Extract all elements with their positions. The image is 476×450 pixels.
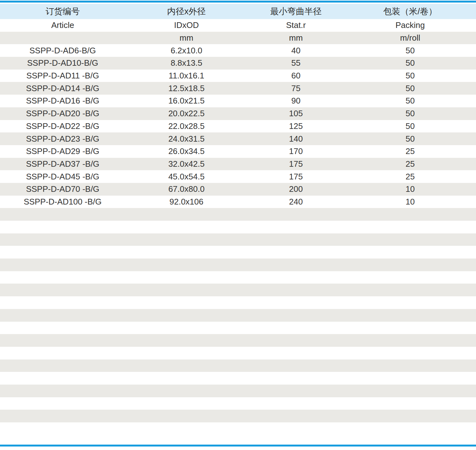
cell-statr: 60	[248, 70, 344, 82]
table-row: SSPP-D-AD11 -B/G 11.0x16.1 60 50	[0, 70, 476, 82]
cell-packing: 50	[344, 82, 476, 95]
cell-statr: 175	[248, 170, 344, 183]
empty-row	[0, 284, 476, 296]
header-row-en: Article IDxOD Stat.r Packing	[0, 19, 476, 32]
cell-article: SSPP-D-AD16 -B/G	[0, 95, 125, 107]
empty-row	[0, 334, 476, 347]
col-unit-bendradius: mm	[248, 32, 344, 44]
cell-statr: 105	[248, 107, 344, 120]
table-row: SSPP-D-AD45 -B/G 45.0x54.5 175 25	[0, 170, 476, 183]
table-row: SSPP-D-AD6-B/G 6.2x10.0 40 50	[0, 44, 476, 57]
cell-idod: 26.0x34.5	[125, 145, 248, 158]
cell-packing: 50	[344, 132, 476, 145]
empty-row	[0, 372, 476, 385]
cell-statr: 55	[248, 57, 344, 70]
col-header-idod-zh: 内径x外径	[125, 4, 248, 19]
empty-row	[0, 259, 476, 271]
cell-statr: 170	[248, 145, 344, 158]
top-accent-line	[0, 1, 476, 3]
table-row: SSPP-D-AD22 -B/G 22.0x28.5 125 50	[0, 120, 476, 133]
cell-idod: 8.8x13.5	[125, 57, 248, 70]
cell-statr: 200	[248, 183, 344, 196]
cell-article: SSPP-D-AD29 -B/G	[0, 145, 125, 158]
cell-idod: 11.0x16.1	[125, 70, 248, 82]
spec-table: 订货编号 内径x外径 最小弯曲半径 包装（米/卷） Article IDxOD …	[0, 4, 476, 435]
table-row: SSPP-D-AD16 -B/G 16.0x21.5 90 50	[0, 95, 476, 107]
cell-idod: 12.5x18.5	[125, 82, 248, 95]
cell-packing: 50	[344, 120, 476, 133]
cell-statr: 75	[248, 82, 344, 95]
table-row: SSPP-D-AD14 -B/G 12.5x18.5 75 50	[0, 82, 476, 95]
col-unit-packing: m/roll	[344, 32, 476, 44]
col-header-bendradius-zh: 最小弯曲半径	[248, 4, 344, 19]
col-header-article-zh: 订货编号	[0, 4, 125, 19]
table-row: SSPP-D-AD20 -B/G 20.0x22.5 105 50	[0, 107, 476, 120]
empty-row	[0, 322, 476, 334]
empty-row	[0, 233, 476, 246]
header-row-units: mm mm m/roll	[0, 32, 476, 44]
empty-row	[0, 347, 476, 359]
cell-statr: 175	[248, 158, 344, 171]
empty-row	[0, 397, 476, 410]
cell-idod: 45.0x54.5	[125, 170, 248, 183]
table-row: SSPP-D-AD37 -B/G 32.0x42.5 175 25	[0, 158, 476, 171]
table-row: SSPP-D-AD23 -B/G 24.0x31.5 140 50	[0, 132, 476, 145]
col-header-bendradius-en: Stat.r	[248, 19, 344, 32]
col-unit-idod: mm	[125, 32, 248, 44]
cell-packing: 50	[344, 70, 476, 82]
bottom-accent-line	[0, 445, 476, 447]
empty-row	[0, 208, 476, 221]
cell-statr: 90	[248, 95, 344, 107]
cell-packing: 50	[344, 107, 476, 120]
cell-idod: 92.0x106	[125, 196, 248, 208]
col-header-packing-en: Packing	[344, 19, 476, 32]
cell-idod: 67.0x80.0	[125, 183, 248, 196]
cell-packing: 50	[344, 57, 476, 70]
empty-row	[0, 422, 476, 435]
cell-packing: 25	[344, 158, 476, 171]
cell-packing: 10	[344, 196, 476, 208]
cell-article: SSPP-D-AD10-B/G	[0, 57, 125, 70]
cell-article: SSPP-D-AD70 -B/G	[0, 183, 125, 196]
cell-statr: 140	[248, 132, 344, 145]
col-header-idod-en: IDxOD	[125, 19, 248, 32]
cell-idod: 16.0x21.5	[125, 95, 248, 107]
cell-statr: 40	[248, 44, 344, 57]
empty-row	[0, 309, 476, 322]
cell-statr: 125	[248, 120, 344, 133]
cell-article: SSPP-D-AD100 -B/G	[0, 196, 125, 208]
cell-article: SSPP-D-AD45 -B/G	[0, 170, 125, 183]
cell-idod: 6.2x10.0	[125, 44, 248, 57]
empty-row	[0, 246, 476, 259]
cell-article: SSPP-D-AD22 -B/G	[0, 120, 125, 133]
cell-article: SSPP-D-AD37 -B/G	[0, 158, 125, 171]
col-header-article-en: Article	[0, 19, 125, 32]
cell-article: SSPP-D-AD14 -B/G	[0, 82, 125, 95]
empty-row	[0, 296, 476, 309]
cell-packing: 25	[344, 170, 476, 183]
table-row: SSPP-D-AD100 -B/G 92.0x106 240 10	[0, 196, 476, 208]
col-unit-article	[0, 32, 125, 44]
cell-idod: 32.0x42.5	[125, 158, 248, 171]
table-row: SSPP-D-AD10-B/G 8.8x13.5 55 50	[0, 57, 476, 70]
cell-statr: 240	[248, 196, 344, 208]
cell-idod: 24.0x31.5	[125, 132, 248, 145]
cell-packing: 10	[344, 183, 476, 196]
cell-article: SSPP-D-AD23 -B/G	[0, 132, 125, 145]
cell-article: SSPP-D-AD6-B/G	[0, 44, 125, 57]
cell-article: SSPP-D-AD11 -B/G	[0, 70, 125, 82]
empty-row	[0, 359, 476, 372]
header-row-zh: 订货编号 内径x外径 最小弯曲半径 包装（米/卷）	[0, 4, 476, 19]
empty-row	[0, 385, 476, 397]
empty-row	[0, 410, 476, 422]
cell-packing: 25	[344, 145, 476, 158]
empty-row	[0, 221, 476, 233]
empty-row	[0, 271, 476, 284]
col-header-packing-zh: 包装（米/卷）	[344, 4, 476, 19]
cell-packing: 50	[344, 44, 476, 57]
table-row: SSPP-D-AD29 -B/G 26.0x34.5 170 25	[0, 145, 476, 158]
cell-idod: 22.0x28.5	[125, 120, 248, 133]
cell-packing: 50	[344, 95, 476, 107]
table-row: SSPP-D-AD70 -B/G 67.0x80.0 200 10	[0, 183, 476, 196]
cell-idod: 20.0x22.5	[125, 107, 248, 120]
